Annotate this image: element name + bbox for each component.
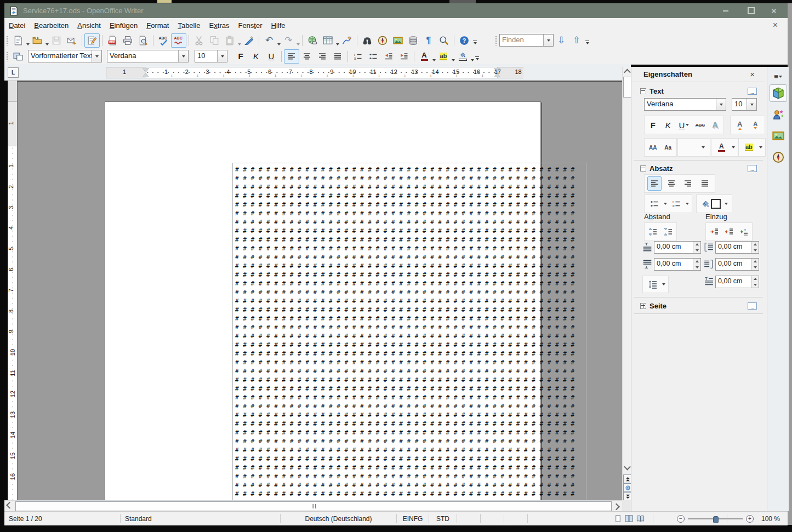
sidebar-align-center-button[interactable]: [664, 176, 679, 191]
paste-button[interactable]: [222, 33, 237, 48]
text-line[interactable]: # # # # # # # # # # # # # # # # # # # # …: [235, 165, 586, 174]
text-line[interactable]: # # # # # # # # # # # # # # # # # # # # …: [235, 323, 586, 332]
bold-button[interactable]: F: [233, 49, 248, 64]
sidebar-font-size-dropdown[interactable]: [747, 99, 756, 110]
text-line[interactable]: # # # # # # # # # # # # # # # # # # # # …: [235, 446, 586, 455]
align-right-button[interactable]: [315, 49, 330, 64]
text-line[interactable]: # # # # # # # # # # # # # # # # # # # # …: [235, 472, 586, 481]
tab-gallery[interactable]: [770, 127, 787, 145]
menu-item-einfgen[interactable]: Einfügen: [105, 19, 142, 32]
horizontal-scrollbar[interactable]: [4, 500, 622, 512]
scroll-left-button[interactable]: [5, 501, 14, 511]
char-spacing-button[interactable]: [683, 140, 697, 155]
sidebar-font-size-combobox[interactable]: 10: [732, 98, 757, 111]
spinner-buttons[interactable]: [751, 242, 759, 253]
font-name-dropdown[interactable]: [178, 50, 188, 62]
toolbar-grip[interactable]: [6, 52, 8, 61]
paste-dropdown[interactable]: [237, 33, 241, 47]
zoom-out-button[interactable]: −: [677, 515, 685, 523]
undo-dropdown[interactable]: [277, 33, 281, 47]
text-line[interactable]: # # # # # # # # # # # # # # # # # # # # …: [235, 358, 586, 367]
text-line[interactable]: # # # # # # # # # # # # # # # # # # # # …: [235, 455, 586, 464]
single-page-view-icon[interactable]: [614, 514, 622, 523]
email-button[interactable]: [64, 33, 79, 48]
copy-button[interactable]: [207, 33, 222, 48]
close-document-icon[interactable]: ×: [773, 21, 778, 30]
find-combobox[interactable]: Finden: [499, 34, 554, 47]
data-sources-button[interactable]: [406, 33, 421, 48]
find-previous-button[interactable]: ⇧: [569, 33, 584, 48]
maximize-button[interactable]: [738, 3, 763, 18]
paragraph-style-dropdown[interactable]: [92, 50, 101, 62]
edit-mode-button[interactable]: [84, 33, 100, 48]
decrease-spacing-button[interactable]: [661, 225, 675, 239]
statusbar-selection-mode[interactable]: STD: [429, 514, 457, 523]
book-view-icon[interactable]: [636, 514, 645, 523]
zoom-thumb[interactable]: [713, 516, 719, 523]
switch-indent-button[interactable]: [737, 225, 751, 239]
styles-dialog-button[interactable]: [10, 49, 26, 64]
cut-button[interactable]: [191, 33, 207, 48]
hyperlink-button[interactable]: [305, 33, 320, 48]
auto-spellcheck-button[interactable]: [171, 33, 186, 48]
text-line[interactable]: # # # # # # # # # # # # # # # # # # # # …: [235, 209, 586, 218]
sidebar-italic-button[interactable]: K: [661, 118, 675, 132]
spinner-buttons[interactable]: [751, 276, 759, 288]
spacing-above-field[interactable]: 0,00 cm: [654, 241, 701, 254]
indent-after-value[interactable]: 0,00 cm: [716, 259, 751, 270]
horizontal-scroll-thumb[interactable]: [15, 501, 612, 511]
statusbar-page-style[interactable]: Standard: [121, 514, 281, 523]
minimize-button[interactable]: [713, 3, 738, 18]
spinner-buttons[interactable]: [751, 259, 759, 270]
new-document-button[interactable]: [10, 33, 26, 48]
strikethrough-button[interactable]: ABC: [693, 118, 707, 132]
formatting-marks-button[interactable]: ¶: [421, 33, 436, 48]
scroll-down-button[interactable]: [623, 463, 631, 472]
text-line[interactable]: # # # # # # # # # # # # # # # # # # # # …: [235, 288, 586, 297]
text-line[interactable]: # # # # # # # # # # # # # # # # # # # # …: [235, 253, 586, 262]
spacing-below-value[interactable]: 0,00 cm: [654, 259, 693, 270]
scroll-up-button[interactable]: [623, 67, 631, 76]
text-line[interactable]: # # # # # # # # # # # # # # # # # # # # …: [235, 464, 586, 472]
italic-button[interactable]: K: [248, 49, 264, 64]
find-toolbar-grip[interactable]: [495, 36, 497, 45]
find-input[interactable]: Finden: [500, 35, 543, 46]
absatz-dialog-launcher-icon[interactable]: …: [748, 165, 757, 172]
text-dialog-launcher-icon[interactable]: …: [748, 88, 757, 95]
zoom-track[interactable]: [688, 516, 743, 522]
text-line[interactable]: # # # # # # # # # # # # # # # # # # # # …: [235, 481, 586, 490]
find-dropdown[interactable]: [543, 35, 553, 46]
menu-item-tabelle[interactable]: Tabelle: [173, 19, 204, 32]
numbered-list-button[interactable]: [350, 49, 366, 64]
page-preview-button[interactable]: [135, 33, 151, 48]
text-line[interactable]: # # # # # # # # # # # # # # # # # # # # …: [235, 279, 586, 288]
sidebar-align-left-button[interactable]: [647, 176, 662, 191]
lowercase-button[interactable]: Aa: [661, 140, 675, 155]
sidebar-underline-button[interactable]: U: [676, 118, 692, 132]
section-absatz-header[interactable]: Absatz …: [631, 162, 765, 174]
uppercase-button[interactable]: AA: [646, 140, 660, 155]
text-line[interactable]: # # # # # # # # # # # # # # # # # # # # …: [235, 490, 586, 499]
tab-navigator[interactable]: [770, 148, 787, 166]
undo-button[interactable]: ↶: [261, 33, 277, 48]
sidebar-highlight-button[interactable]: ab: [742, 140, 756, 155]
increase-indent-button[interactable]: [707, 225, 721, 239]
redo-dropdown[interactable]: [296, 33, 300, 47]
menu-item-bearbeiten[interactable]: Bearbeiten: [30, 19, 73, 32]
align-justify-button[interactable]: [330, 49, 345, 64]
align-center-button[interactable]: [299, 49, 315, 64]
decrease-indent-button[interactable]: [381, 49, 396, 64]
text-line[interactable]: # # # # # # # # # # # # # # # # # # # # …: [235, 314, 586, 323]
sidebar-font-name-combobox[interactable]: Verdana: [644, 98, 726, 111]
paragraph-background-button[interactable]: [700, 197, 721, 211]
format-paintbrush-button[interactable]: [241, 33, 257, 48]
collapse-icon[interactable]: [640, 88, 646, 94]
redo-button[interactable]: ↷: [281, 33, 296, 48]
indent-before-field[interactable]: 0,00 cm: [715, 241, 759, 254]
text-line[interactable]: # # # # # # # # # # # # # # # # # # # # …: [235, 385, 586, 393]
save-button[interactable]: [49, 33, 64, 48]
first-line-indent-field[interactable]: 0,00 cm: [715, 276, 759, 288]
tab-styles[interactable]: [770, 106, 787, 123]
font-color-dropdown[interactable]: [432, 49, 436, 63]
scroll-right-button[interactable]: [612, 501, 621, 511]
